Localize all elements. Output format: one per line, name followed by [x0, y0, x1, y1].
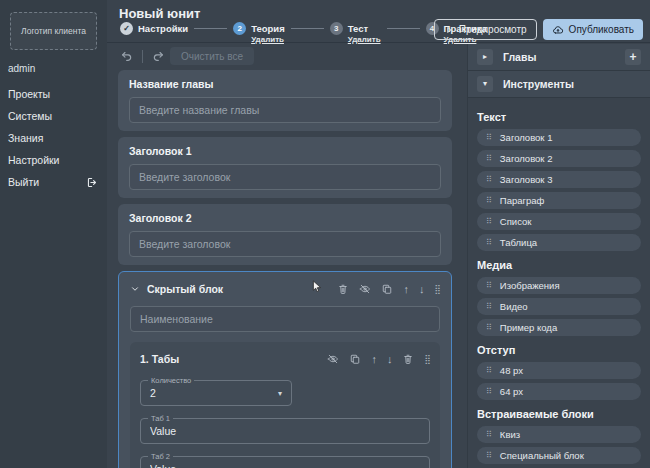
tool-table[interactable]: ⠿ Таблица [477, 234, 641, 251]
drag-handle-icon[interactable]: ⣿ [424, 355, 430, 364]
tab-count-select[interactable]: Количество 2 ▾ [140, 380, 292, 406]
step-connector [194, 28, 227, 29]
move-up-icon[interactable]: ↑ [371, 354, 377, 365]
section-title-media: Медиа [477, 259, 641, 271]
chevron-down-icon[interactable]: ▾ [477, 76, 493, 92]
collapse-icon[interactable] [130, 284, 140, 294]
tool-spacing-64[interactable]: ⠿ 64 px [477, 383, 641, 400]
move-up-icon[interactable]: ↑ [403, 284, 409, 295]
editor-canvas: Название главы Заголовок 1 Заголовок 2 С… [118, 70, 452, 468]
tabs-block-actions: ↑ ↓ ⣿ [327, 353, 430, 365]
select-label: Количество [148, 376, 194, 385]
eye-off-icon[interactable] [359, 283, 371, 295]
chapters-row: ▸ Главы + [468, 44, 650, 71]
tab2-input[interactable] [150, 463, 420, 468]
copy-icon[interactable] [381, 283, 393, 295]
tool-paragraph[interactable]: ⠿ Параграф [477, 192, 641, 209]
chapter-title-input[interactable] [129, 97, 441, 123]
tabs-block-title: 1. Табы [140, 353, 179, 365]
tools-row: ▾ Инструменты [468, 71, 650, 98]
clear-all-button[interactable]: Очистить все [170, 47, 254, 65]
sidebar-item-settings[interactable]: Настройки [0, 149, 107, 171]
tabs-block-header: 1. Табы ↑ ↓ ⣿ [140, 350, 430, 368]
drag-handle-icon: ⠿ [486, 176, 492, 184]
sidebar-item-systems[interactable]: Системы [0, 105, 107, 127]
card-title: Название главы [129, 78, 441, 90]
cloud-upload-icon [552, 24, 564, 36]
drag-handle-icon: ⠿ [486, 367, 492, 375]
section-title-text: Текст [477, 111, 641, 123]
move-down-icon[interactable]: ↓ [387, 354, 393, 365]
drag-handle-icon: ⠿ [486, 218, 492, 226]
tools-label: Инструменты [503, 78, 574, 90]
tool-heading1[interactable]: ⠿ Заголовок 1 [477, 129, 641, 146]
field-label: Таб 2 [148, 452, 173, 461]
chapters-label: Главы [503, 51, 536, 63]
sidebar-item-knowledge[interactable]: Знания [0, 127, 107, 149]
tool-quiz[interactable]: ⠿ Квиз [477, 426, 641, 443]
drag-handle-icon: ⠿ [486, 239, 492, 247]
move-down-icon[interactable]: ↓ [419, 284, 425, 295]
logout-icon [86, 176, 99, 189]
drag-handle-icon[interactable]: ⣿ [434, 285, 440, 294]
add-chapter-button[interactable]: + [625, 49, 641, 65]
step-settings[interactable]: ✓ Настройки [120, 22, 188, 35]
eye-off-icon[interactable] [327, 353, 339, 365]
heading1-card: Заголовок 1 [118, 137, 452, 198]
step-delete-link[interactable]: Удалить [251, 35, 285, 44]
step-delete-link[interactable]: Удалить [348, 35, 381, 44]
redo-icon[interactable] [151, 49, 165, 63]
heading1-input[interactable] [129, 164, 441, 190]
step-connector [387, 28, 420, 29]
client-logo-placeholder: Логотип клиента [10, 12, 97, 50]
drag-handle-icon: ⠿ [486, 303, 492, 311]
hidden-block-name-input[interactable] [130, 306, 440, 332]
heading2-input[interactable] [129, 231, 441, 257]
undo-icon[interactable] [120, 49, 134, 63]
step-test[interactable]: 3 Тест Удалить [330, 22, 381, 44]
right-panel: ▸ Главы + ▾ Инструменты Текст ⠿ Заголово… [467, 44, 650, 468]
tool-video[interactable]: ⠿ Видео [477, 298, 641, 315]
step-label: Настройки [138, 22, 188, 35]
tab2-field: Таб 2 [140, 456, 430, 468]
header-actions: Предпросмотр Опубликовать [434, 19, 643, 40]
tool-images[interactable]: ⠿ Изображения [477, 277, 641, 294]
step-label: Теория [251, 22, 285, 35]
unit-stepper: ✓ Настройки 2 Теория Удалить 3 Тест Удал… [120, 22, 487, 44]
step-number-badge: 2 [233, 22, 246, 35]
card-title: Заголовок 1 [129, 145, 441, 157]
drag-handle-icon: ⠿ [486, 452, 492, 460]
sidebar-item-projects[interactable]: Проекты [0, 83, 107, 105]
hidden-block-header: Скрытый блок ↑ ↓ ⣿ [130, 280, 440, 298]
toolbar-divider [142, 50, 143, 63]
step-theory[interactable]: 2 Теория Удалить [233, 22, 285, 44]
step-connector [291, 28, 324, 29]
hidden-block-actions: ↑ ↓ ⣿ [337, 283, 440, 295]
chevron-right-icon[interactable]: ▸ [477, 49, 493, 65]
tool-special-block[interactable]: ⠿ Специальный блок [477, 447, 641, 464]
publish-button[interactable]: Опубликовать [543, 19, 643, 40]
step-label: Тест [348, 22, 381, 35]
step-number-badge: 3 [330, 22, 343, 35]
trash-icon[interactable] [402, 353, 414, 365]
tool-heading2[interactable]: ⠿ Заголовок 2 [477, 150, 641, 167]
check-icon: ✓ [120, 22, 133, 35]
tool-spacing-48[interactable]: ⠿ 48 px [477, 362, 641, 379]
sidebar-item-logout[interactable]: Выйти [0, 171, 107, 193]
field-label: Таб 1 [148, 414, 173, 423]
card-title: Заголовок 2 [129, 212, 441, 224]
client-logo-label: Логотип клиента [21, 26, 86, 36]
page-title: Новый юнит [119, 6, 200, 21]
drag-handle-icon: ⠿ [486, 431, 492, 439]
tool-code-sample[interactable]: ⠿ Пример кода [477, 319, 641, 336]
section-title-embeds: Встраиваемые блоки [477, 408, 641, 420]
preview-button[interactable]: Предпросмотр [434, 19, 537, 40]
tool-list[interactable]: ⠿ Список [477, 213, 641, 230]
drag-handle-icon: ⠿ [486, 324, 492, 332]
section-title-spacing: Отступ [477, 344, 641, 356]
heading2-card: Заголовок 2 [118, 204, 452, 265]
copy-icon[interactable] [349, 353, 361, 365]
tool-heading3[interactable]: ⠿ Заголовок 3 [477, 171, 641, 188]
tab1-input[interactable] [150, 425, 420, 437]
trash-icon[interactable] [337, 283, 349, 295]
